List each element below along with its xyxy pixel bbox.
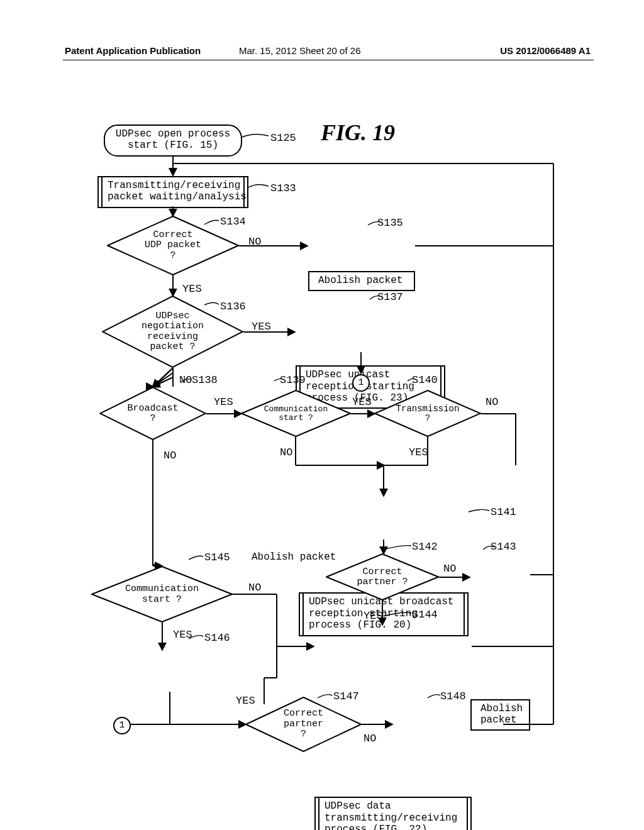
figure-label: FIG. 19: [321, 119, 395, 146]
edge-s142-yes: YES: [364, 610, 383, 622]
edge-s139-no: NO: [280, 446, 292, 458]
edge-s136-yes: YES: [252, 321, 271, 333]
decision-comm-start-2: Communication start ?: [91, 566, 233, 622]
edge-s140-yes: YES: [409, 446, 428, 458]
label-s137: S137: [377, 291, 403, 303]
label-s147: S147: [333, 690, 359, 702]
edge-s136-no: NO: [179, 374, 192, 386]
label-s143: S143: [491, 541, 516, 553]
edge-s138-yes: YES: [214, 396, 233, 408]
decision-correct-partner-2: Correct partner ?: [245, 697, 362, 752]
decision-broadcast: Broadcast ?: [99, 387, 206, 440]
label-s133: S133: [270, 182, 296, 194]
edge-s145-no: NO: [248, 582, 261, 594]
edge-s142-no: NO: [443, 563, 456, 575]
edge-s138-no: NO: [164, 450, 176, 462]
connector-1-top: 1: [352, 374, 370, 392]
decision-transmission: Transmission ?: [374, 390, 481, 437]
process-abolish-1: Abolish packet: [308, 271, 415, 291]
label-s136: S136: [220, 301, 246, 313]
text-abolish-free: Abolish packet: [252, 551, 336, 563]
edge-s134-yes: YES: [182, 283, 202, 295]
flowchart: FIG. 19 UDPsec open process start (FIG. …: [63, 113, 579, 805]
connector-1-bottom: 1: [113, 717, 131, 734]
label-s146: S146: [204, 632, 230, 644]
label-s140: S140: [412, 374, 438, 386]
label-s144: S144: [412, 609, 438, 621]
header-center: Mar. 15, 2012 Sheet 20 of 26: [239, 45, 360, 56]
decision-correct-udp: Correct UDP packet ?: [107, 216, 239, 275]
label-s135: S135: [377, 217, 403, 229]
edge-s145-yes: YES: [173, 629, 192, 641]
label-s142: S142: [412, 541, 438, 553]
label-s148: S148: [440, 690, 466, 702]
decision-correct-partner-1: Correct partner ?: [326, 553, 439, 600]
label-s138: S138: [192, 374, 218, 386]
svg-line-17: [153, 373, 173, 387]
edge-s147-no: NO: [364, 733, 376, 744]
process-data-txrx: UDPsec data transmitting/receiving proce…: [314, 797, 472, 830]
svg-line-19: [153, 368, 173, 387]
header-right: US 2012/0066489 A1: [500, 45, 591, 56]
svg-line-20: [153, 368, 173, 387]
label-s145: S145: [204, 551, 230, 563]
edge-s134-no: NO: [248, 236, 261, 248]
decision-comm-start-1: Communication start ?: [241, 390, 351, 437]
edge-s139-yes: YES: [352, 396, 372, 408]
label-s141: S141: [491, 506, 516, 518]
edge-s147-yes: YES: [236, 695, 255, 707]
label-s139: S139: [280, 374, 306, 386]
start-terminator: UDPsec open process start (FIG. 15): [104, 124, 242, 157]
process-abolish-2: Abolish packet: [470, 699, 530, 731]
process-pkt-wait: Transmitting/receiving packet waiting/an…: [97, 176, 248, 208]
label-s134: S134: [220, 216, 246, 228]
label-s125: S125: [270, 132, 296, 144]
svg-line-22: [153, 377, 173, 387]
header-left: Patent Application Publication: [65, 45, 201, 56]
edge-s140-no: NO: [486, 396, 498, 408]
